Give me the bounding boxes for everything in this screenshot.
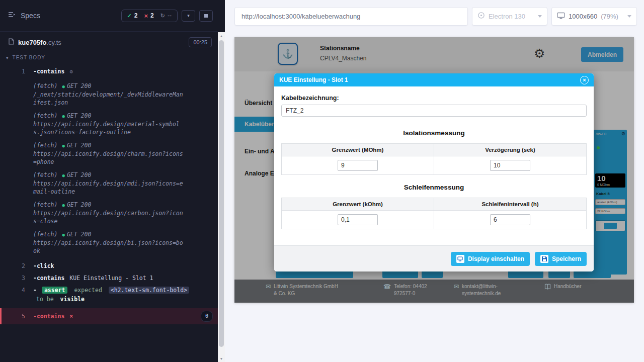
app-under-test: ⚓ Stationsname CPLV4_Maschen ⚙ Abmelden …: [234, 37, 634, 303]
assert-visible: visible: [60, 296, 85, 303]
loop-grenzwert-input[interactable]: [338, 214, 378, 225]
gear-icon: ⚙: [69, 68, 73, 75]
save-button-label: Speichern: [552, 255, 581, 262]
fetch-status: GET 200: [67, 142, 91, 149]
stop-button[interactable]: [199, 10, 213, 22]
modal-body: Kabelbezeichnung: Isolationsmessung Gren…: [274, 86, 594, 245]
fetch-label: (fetch): [33, 231, 57, 238]
fetch-log-entry[interactable]: (fetch)●GET 200 https://api.iconify.desi…: [0, 171, 218, 196]
command-name: -contains: [33, 312, 64, 321]
close-icon[interactable]: ×: [580, 76, 589, 84]
loop-col-intervall: Schleifenintervall (h): [434, 198, 587, 211]
spec-row[interactable]: kue705fo .cy.ts 00:25: [0, 32, 218, 52]
refresh-icon: ↻: [160, 13, 165, 19]
iso-verzoegerung-input[interactable]: [490, 160, 530, 171]
scrollbar-thumb[interactable]: [219, 40, 224, 347]
test-step-click[interactable]: 2 -click: [0, 260, 218, 272]
fetch-label: (fetch): [33, 82, 57, 89]
command-name: -contains: [33, 275, 64, 282]
stop-icon: [204, 14, 208, 18]
specs-label[interactable]: Specs: [21, 12, 40, 20]
loop-col-grenzwert: Grenzwert (kOhm): [282, 198, 434, 211]
fetch-label: (fetch): [33, 142, 57, 149]
browser-bar: Electron 130 1000x660 (79%): [225, 0, 644, 32]
command-name: -contains: [33, 68, 64, 75]
cross-icon: ×: [144, 12, 148, 20]
step-number: 3: [0, 274, 25, 283]
assert-badge: assert: [42, 287, 68, 294]
assert-tobe: to be: [36, 296, 54, 303]
test-body-label: TEST BODY: [13, 55, 46, 60]
speichern-button[interactable]: Speichern: [535, 252, 587, 266]
retry-count-badge: 0: [201, 311, 213, 322]
status-dot-icon: ●: [62, 173, 64, 178]
fail-cross-icon: ×: [69, 312, 73, 321]
fetch-status: GET 200: [67, 231, 91, 238]
url-input[interactable]: [234, 7, 468, 26]
pending-count: --: [168, 12, 172, 19]
failed-step-contains[interactable]: 5 -contains × 0: [0, 308, 218, 324]
schleifenmessung-table: Grenzwert (kOhm) Schleifenintervall (h): [281, 198, 587, 229]
main-pane: Electron 130 1000x660 (79%) ⚓ Stations: [225, 0, 644, 362]
fetch-log-entry[interactable]: (fetch)●GET 200 /_next/static/developmen…: [0, 82, 218, 107]
close-glyph: ×: [583, 77, 586, 83]
command-dash: -: [33, 287, 37, 294]
test-stats[interactable]: ✓2 ×2 ↻--: [121, 10, 178, 22]
iso-grenzwert-input[interactable]: [338, 160, 378, 171]
display-icon: [456, 255, 464, 263]
kue-settings-modal: KUE Einstellung - Slot 1 × Kabelbezeichn…: [274, 73, 594, 272]
stat-passed[interactable]: ✓2: [127, 12, 138, 19]
viewport-zoom: (79%): [601, 13, 618, 20]
viewport-size: 1000x660: [569, 13, 597, 20]
assert-selector: <h2.text-sm.font-bold>: [109, 287, 189, 294]
browser-select[interactable]: Electron 130: [472, 7, 547, 26]
fetch-label: (fetch): [33, 201, 57, 208]
isolationsmessung-table: Grenzwert (MOhm) Verzögerung (sek): [281, 143, 587, 175]
viewport-select[interactable]: 1000x660 (79%): [551, 7, 637, 26]
kabelbezeichnung-input[interactable]: [281, 105, 587, 117]
iso-col-verzoegerung: Verzögerung (sek): [434, 144, 587, 156]
schleifenmessung-title: Schleifenmessung: [281, 184, 587, 191]
fetch-url: https://api.iconify.design/carbon.json?i…: [33, 209, 184, 225]
fetch-log-entry[interactable]: (fetch)●GET 200 https://api.iconify.desi…: [0, 230, 218, 255]
fetch-log-entry[interactable]: (fetch)●GET 200 https://api.iconify.desi…: [0, 112, 218, 136]
loop-intervall-input[interactable]: [490, 214, 530, 225]
spec-ext: .cy.ts: [46, 39, 61, 46]
modal-title: KUE Einstellung - Slot 1: [279, 76, 348, 83]
fetch-status: GET 200: [67, 82, 91, 89]
caret-down-icon: ▾: [6, 55, 9, 60]
specs-list-icon[interactable]: [8, 11, 16, 20]
step-number: 5: [2, 312, 25, 321]
fetch-log-entry[interactable]: (fetch)●GET 200 https://api.iconify.desi…: [0, 141, 218, 166]
fetch-url: https://api.iconify.design/mdi.json?icon…: [33, 179, 184, 196]
fetch-label: (fetch): [33, 112, 57, 119]
collapse-button[interactable]: ▾: [182, 10, 195, 22]
chevron-down-icon: [538, 15, 542, 18]
test-step-contains-1[interactable]: 1 -contains⚙: [0, 65, 218, 78]
scroll-up-icon[interactable]: ▲: [218, 32, 225, 39]
status-dot-icon: ●: [62, 114, 64, 119]
fetch-log-entry[interactable]: (fetch)●GET 200 https://api.iconify.desi…: [0, 201, 218, 225]
status-dot-icon: ●: [62, 232, 64, 237]
test-body-toggle[interactable]: ▾ TEST BODY: [0, 52, 218, 62]
fetch-status: GET 200: [67, 171, 91, 178]
iso-col-grenzwert: Grenzwert (MOhm): [282, 144, 434, 156]
stat-pending[interactable]: ↻--: [160, 12, 172, 19]
fetch-status: GET 200: [67, 112, 91, 119]
viewport-icon: [557, 12, 565, 21]
cypress-reporter: Specs ✓2 ×2 ↻-- ▾ kue705fo .cy.ts 00:25 …: [0, 0, 225, 362]
stat-failed[interactable]: ×2: [144, 12, 154, 20]
status-dot-icon: ●: [62, 84, 64, 89]
command-name: -click: [33, 262, 54, 269]
fetch-label: (fetch): [33, 171, 57, 178]
reporter-scrollbar[interactable]: ▲ ▼: [218, 32, 225, 362]
command-arg: KUE Einstellung - Slot 1: [69, 275, 153, 282]
display-einschalten-button[interactable]: Display einschalten: [451, 252, 530, 266]
passed-count: 2: [134, 12, 138, 19]
assert-expected: expected: [74, 287, 102, 294]
scroll-down-icon[interactable]: ▼: [218, 355, 225, 362]
spec-timer: 00:25: [189, 37, 212, 47]
spec-name: kue705fo: [18, 39, 46, 46]
test-step-assert[interactable]: 4 -assert expected <h2.text-sm.font-bold…: [0, 284, 218, 305]
test-step-contains-2[interactable]: 3 -containsKUE Einstellung - Slot 1: [0, 272, 218, 284]
